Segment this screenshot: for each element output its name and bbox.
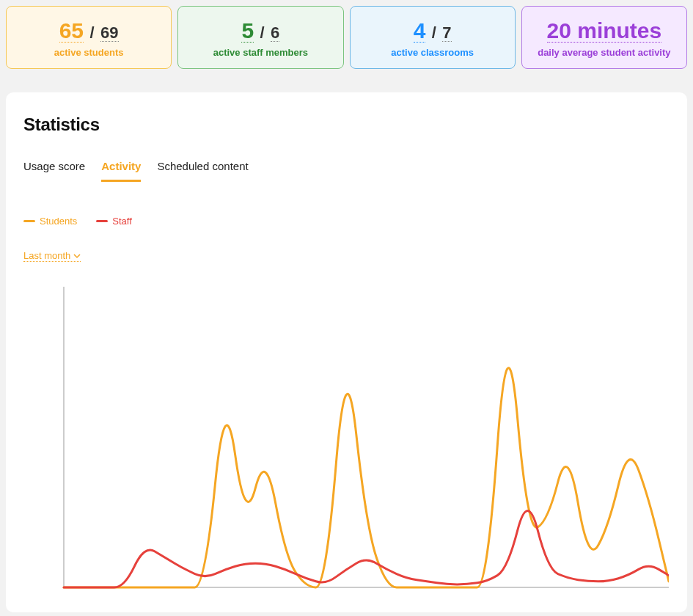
- time-range-label: Last month: [23, 250, 70, 261]
- card-active-students: 65 / 69 active students: [6, 6, 172, 69]
- chevron-down-icon: [73, 252, 81, 260]
- legend-swatch-students: [23, 220, 35, 222]
- chart-legend: Students Staff: [23, 216, 670, 227]
- value-separator: /: [260, 23, 265, 42]
- card-total: 6: [271, 25, 279, 42]
- legend-staff: Staff: [96, 216, 132, 227]
- statistics-tabs: Usage score Activity Scheduled content: [23, 160, 670, 182]
- summary-cards: 65 / 69 active students 5 / 6 active sta…: [6, 6, 687, 69]
- legend-swatch-staff: [96, 220, 108, 222]
- card-caption: active students: [14, 47, 164, 58]
- card-active-classrooms: 4 / 7 active classrooms: [350, 6, 516, 69]
- tab-scheduled-content[interactable]: Scheduled content: [157, 160, 248, 182]
- tab-activity[interactable]: Activity: [101, 160, 141, 182]
- panel-title: Statistics: [23, 114, 670, 135]
- card-caption: active staff members: [186, 47, 335, 58]
- value-separator: /: [90, 23, 95, 42]
- series-staff: [64, 510, 669, 587]
- card-total: 7: [442, 25, 451, 42]
- card-daily-average: 20 minutes daily average student activit…: [521, 6, 687, 69]
- legend-label: Students: [40, 216, 77, 227]
- time-range-selector[interactable]: Last month: [23, 250, 81, 262]
- series-students: [64, 368, 669, 587]
- card-value: 65: [59, 20, 84, 43]
- activity-chart: [23, 279, 670, 595]
- card-total: 69: [100, 25, 118, 42]
- card-caption: active classrooms: [358, 47, 507, 58]
- card-value: 4: [414, 20, 426, 43]
- chart-svg: [23, 279, 669, 595]
- tab-usage-score[interactable]: Usage score: [23, 160, 85, 182]
- statistics-panel: Statistics Usage score Activity Schedule…: [6, 92, 687, 612]
- legend-students: Students: [23, 216, 77, 227]
- card-value: 20 minutes: [547, 20, 662, 43]
- card-value: 5: [241, 20, 254, 43]
- card-active-staff: 5 / 6 active staff members: [177, 6, 343, 69]
- card-caption: daily average student activity: [529, 47, 679, 58]
- legend-label: Staff: [112, 216, 132, 227]
- value-separator: /: [432, 23, 436, 42]
